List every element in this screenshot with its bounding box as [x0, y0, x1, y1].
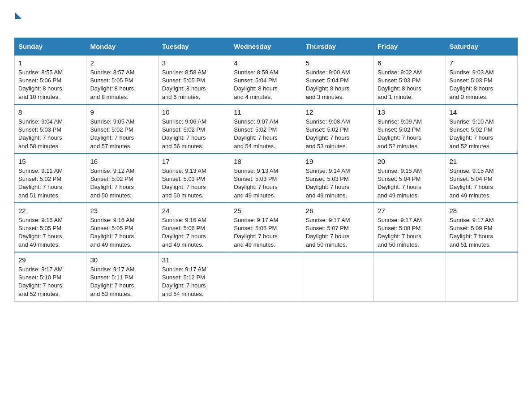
day-info: Sunrise: 9:06 AMSunset: 5:02 PMDaylight:… [162, 118, 226, 150]
calendar-cell: 13 Sunrise: 9:09 AMSunset: 5:02 PMDaylig… [374, 104, 446, 154]
day-info: Sunrise: 8:58 AMSunset: 5:05 PMDaylight:… [162, 68, 226, 101]
calendar-week-row: 8 Sunrise: 9:04 AMSunset: 5:03 PMDayligh… [15, 104, 518, 154]
header-day-saturday: Saturday [446, 38, 517, 56]
calendar-table: SundayMondayTuesdayWednesdayThursdayFrid… [14, 38, 518, 302]
calendar-cell: 21 Sunrise: 9:15 AMSunset: 5:04 PMDaylig… [446, 154, 517, 203]
day-number: 23 [90, 206, 154, 215]
day-info: Sunrise: 9:00 AMSunset: 5:04 PMDaylight:… [306, 68, 370, 101]
day-info: Sunrise: 9:15 AMSunset: 5:04 PMDaylight:… [378, 167, 442, 200]
calendar-cell: 30 Sunrise: 9:17 AMSunset: 5:11 PMDaylig… [86, 252, 158, 301]
calendar-cell: 4 Sunrise: 8:59 AMSunset: 5:04 PMDayligh… [230, 55, 302, 104]
day-info: Sunrise: 9:04 AMSunset: 5:03 PMDaylight:… [18, 118, 82, 150]
calendar-cell: 16 Sunrise: 9:12 AMSunset: 5:02 PMDaylig… [86, 154, 158, 203]
day-info: Sunrise: 8:59 AMSunset: 5:04 PMDaylight:… [234, 68, 298, 101]
calendar-cell: 27 Sunrise: 9:17 AMSunset: 5:08 PMDaylig… [374, 203, 446, 252]
calendar-cell: 10 Sunrise: 9:06 AMSunset: 5:02 PMDaylig… [158, 104, 230, 154]
day-number: 18 [234, 157, 298, 166]
calendar-cell: 28 Sunrise: 9:17 AMSunset: 5:09 PMDaylig… [446, 203, 517, 252]
calendar-cell: 24 Sunrise: 9:16 AMSunset: 5:06 PMDaylig… [158, 203, 230, 252]
day-number: 26 [306, 206, 370, 215]
day-info: Sunrise: 9:17 AMSunset: 5:06 PMDaylight:… [234, 216, 298, 249]
day-info: Sunrise: 9:02 AMSunset: 5:03 PMDaylight:… [378, 68, 442, 101]
calendar-cell: 20 Sunrise: 9:15 AMSunset: 5:04 PMDaylig… [374, 154, 446, 203]
day-info: Sunrise: 9:14 AMSunset: 5:03 PMDaylight:… [306, 167, 370, 200]
day-number: 11 [234, 107, 298, 117]
calendar-cell: 17 Sunrise: 9:13 AMSunset: 5:03 PMDaylig… [158, 154, 230, 203]
day-info: Sunrise: 9:16 AMSunset: 5:05 PMDaylight:… [90, 216, 154, 249]
calendar-header: SundayMondayTuesdayWednesdayThursdayFrid… [15, 38, 518, 56]
logo-spacer [14, 16, 91, 30]
header-day-monday: Monday [86, 38, 158, 56]
calendar-cell: 12 Sunrise: 9:08 AMSunset: 5:02 PMDaylig… [302, 104, 373, 154]
day-number: 28 [450, 206, 514, 215]
logo [14, 11, 92, 30]
day-number: 14 [450, 107, 514, 117]
day-info: Sunrise: 9:15 AMSunset: 5:04 PMDaylight:… [450, 167, 514, 200]
day-number: 16 [90, 157, 154, 166]
day-number: 20 [378, 157, 442, 166]
calendar-cell [302, 252, 373, 301]
day-info: Sunrise: 9:16 AMSunset: 5:06 PMDaylight:… [162, 216, 226, 249]
day-number: 9 [90, 107, 154, 117]
day-number: 15 [18, 157, 82, 166]
day-number: 10 [162, 107, 226, 117]
calendar-cell [374, 252, 446, 301]
calendar-cell: 26 Sunrise: 9:17 AMSunset: 5:07 PMDaylig… [302, 203, 373, 252]
day-number: 2 [90, 58, 154, 68]
calendar-cell: 19 Sunrise: 9:14 AMSunset: 5:03 PMDaylig… [302, 154, 373, 203]
day-info: Sunrise: 8:55 AMSunset: 5:06 PMDaylight:… [18, 68, 82, 101]
day-info: Sunrise: 9:08 AMSunset: 5:02 PMDaylight:… [306, 118, 370, 150]
day-number: 5 [306, 58, 370, 68]
day-info: Sunrise: 9:17 AMSunset: 5:11 PMDaylight:… [90, 265, 154, 298]
day-info: Sunrise: 9:17 AMSunset: 5:12 PMDaylight:… [162, 265, 226, 298]
header-day-thursday: Thursday [302, 38, 373, 56]
day-info: Sunrise: 9:16 AMSunset: 5:05 PMDaylight:… [18, 216, 82, 249]
calendar-cell: 29 Sunrise: 9:17 AMSunset: 5:10 PMDaylig… [15, 252, 86, 301]
calendar-cell: 2 Sunrise: 8:57 AMSunset: 5:05 PMDayligh… [86, 55, 158, 104]
calendar-cell [230, 252, 302, 301]
calendar-cell: 25 Sunrise: 9:17 AMSunset: 5:06 PMDaylig… [230, 203, 302, 252]
day-number: 19 [306, 157, 370, 166]
day-info: Sunrise: 9:17 AMSunset: 5:09 PMDaylight:… [450, 216, 514, 249]
day-number: 3 [162, 58, 226, 68]
calendar-cell: 8 Sunrise: 9:04 AMSunset: 5:03 PMDayligh… [15, 104, 86, 154]
calendar-week-row: 15 Sunrise: 9:11 AMSunset: 5:02 PMDaylig… [15, 154, 518, 203]
calendar-cell: 18 Sunrise: 9:13 AMSunset: 5:03 PMDaylig… [230, 154, 302, 203]
calendar-cell: 6 Sunrise: 9:02 AMSunset: 5:03 PMDayligh… [374, 55, 446, 104]
day-info: Sunrise: 9:07 AMSunset: 5:02 PMDaylight:… [234, 118, 298, 150]
header-day-friday: Friday [374, 38, 446, 56]
calendar-cell: 31 Sunrise: 9:17 AMSunset: 5:12 PMDaylig… [158, 252, 230, 301]
day-info: Sunrise: 9:13 AMSunset: 5:03 PMDaylight:… [162, 167, 226, 200]
calendar-cell: 15 Sunrise: 9:11 AMSunset: 5:02 PMDaylig… [15, 154, 86, 203]
calendar-cell: 9 Sunrise: 9:05 AMSunset: 5:02 PMDayligh… [86, 104, 158, 154]
calendar-cell: 22 Sunrise: 9:16 AMSunset: 5:05 PMDaylig… [15, 203, 86, 252]
calendar-cell [446, 252, 517, 301]
header-day-tuesday: Tuesday [158, 38, 230, 56]
day-number: 7 [450, 58, 514, 68]
calendar-cell: 5 Sunrise: 9:00 AMSunset: 5:04 PMDayligh… [302, 55, 373, 104]
day-info: Sunrise: 9:10 AMSunset: 5:02 PMDaylight:… [450, 118, 514, 150]
day-info: Sunrise: 9:05 AMSunset: 5:02 PMDaylight:… [90, 118, 154, 150]
day-number: 4 [234, 58, 298, 68]
day-info: Sunrise: 9:12 AMSunset: 5:02 PMDaylight:… [90, 167, 154, 200]
day-info: Sunrise: 9:17 AMSunset: 5:08 PMDaylight:… [378, 216, 442, 249]
day-info: Sunrise: 9:03 AMSunset: 5:03 PMDaylight:… [450, 68, 514, 101]
day-number: 6 [378, 58, 442, 68]
day-info: Sunrise: 9:13 AMSunset: 5:03 PMDaylight:… [234, 167, 298, 200]
calendar-cell: 7 Sunrise: 9:03 AMSunset: 5:03 PMDayligh… [446, 55, 517, 104]
day-number: 31 [162, 255, 226, 265]
day-info: Sunrise: 9:09 AMSunset: 5:02 PMDaylight:… [378, 118, 442, 150]
day-info: Sunrise: 9:17 AMSunset: 5:07 PMDaylight:… [306, 216, 370, 249]
day-number: 21 [450, 157, 514, 166]
page-header [14, 11, 518, 30]
calendar-cell: 1 Sunrise: 8:55 AMSunset: 5:06 PMDayligh… [15, 55, 86, 104]
header-day-sunday: Sunday [15, 38, 86, 56]
day-number: 24 [162, 206, 226, 215]
day-number: 22 [18, 206, 82, 215]
day-info: Sunrise: 9:17 AMSunset: 5:10 PMDaylight:… [18, 265, 82, 298]
calendar-header-row: SundayMondayTuesdayWednesdayThursdayFrid… [15, 38, 518, 56]
day-number: 12 [306, 107, 370, 117]
day-number: 30 [90, 255, 154, 265]
calendar-cell: 3 Sunrise: 8:58 AMSunset: 5:05 PMDayligh… [158, 55, 230, 104]
calendar-cell: 14 Sunrise: 9:10 AMSunset: 5:02 PMDaylig… [446, 104, 517, 154]
